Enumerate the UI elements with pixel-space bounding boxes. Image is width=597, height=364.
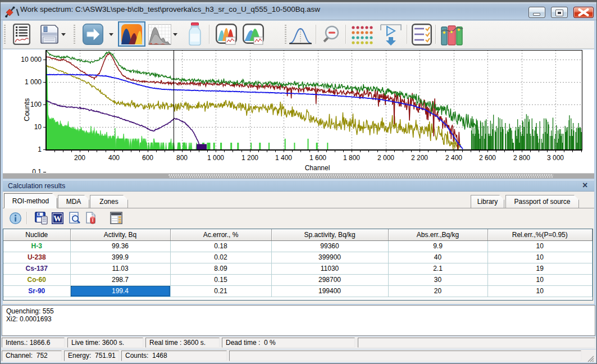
- svg-text:400: 400: [108, 154, 120, 162]
- svg-text:3 000: 3 000: [547, 154, 564, 162]
- svg-text:2 400: 2 400: [445, 154, 462, 162]
- svg-text:100: 100: [30, 101, 42, 108]
- svg-text:1 400: 1 400: [275, 154, 292, 162]
- svg-text:2 800: 2 800: [513, 154, 530, 162]
- svg-text:W: W: [53, 214, 62, 223]
- svg-text:1 000: 1 000: [207, 154, 224, 162]
- svg-text:2 000: 2 000: [377, 154, 394, 162]
- svg-text:10 000: 10 000: [21, 56, 42, 63]
- svg-text:10: 10: [34, 123, 42, 131]
- svg-text:1 600: 1 600: [309, 154, 326, 162]
- svg-text:1 800: 1 800: [343, 154, 360, 162]
- svg-text:Channel: Channel: [305, 164, 330, 172]
- svg-text:2 600: 2 600: [479, 154, 496, 162]
- svg-text:200: 200: [74, 154, 85, 162]
- svg-text:1 200: 1 200: [241, 154, 258, 162]
- svg-text:800: 800: [176, 154, 188, 162]
- svg-text:600: 600: [142, 154, 153, 162]
- svg-text:1 000: 1 000: [25, 78, 42, 86]
- svg-text:Counts: Counts: [22, 98, 31, 121]
- svg-text:1: 1: [38, 145, 42, 153]
- svg-text:2 200: 2 200: [411, 154, 428, 162]
